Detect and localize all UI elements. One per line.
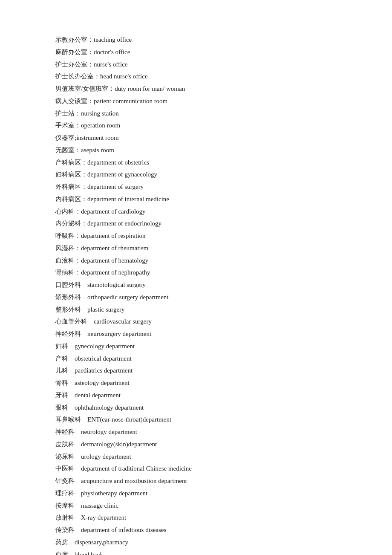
term-english: department of traditional Chinese medici… — [81, 465, 192, 472]
list-item: 儿科 paediatrics department — [55, 365, 337, 377]
term-english: stamotological surgery — [87, 281, 146, 288]
term-chinese: 口腔外科 — [55, 281, 87, 288]
list-item: 产科病区：department of obstetrics — [55, 157, 337, 169]
list-item: 仪器室;instrument room — [55, 132, 337, 144]
term-chinese: 外科病区： — [55, 183, 87, 190]
list-item: 皮肤科 dermatology(skin)department — [55, 439, 337, 451]
list-item: 矫形外科 orthopaedic surgery department — [55, 292, 337, 304]
list-item: 牙科 dental department — [55, 390, 337, 402]
term-chinese: 无菌室： — [55, 147, 81, 153]
term-english: blood bank — [75, 551, 103, 555]
term-english: instrument room — [76, 134, 119, 141]
terms-list: 示教办公室：teaching office麻醉办公室：doctor's offi… — [55, 34, 337, 555]
term-english: department of hematology — [81, 257, 148, 264]
list-item: 麻醉办公室：doctor's office — [55, 46, 337, 58]
term-chinese: 手术室： — [55, 122, 81, 129]
list-item: 口腔外科 stamotological surgery — [55, 279, 337, 291]
term-english: department of surgery — [87, 183, 144, 190]
list-item: 针灸科 acupuncture and moxibustion departme… — [55, 475, 337, 487]
list-item: 心血管外科 cardiovascular surgery — [55, 316, 337, 328]
term-chinese: 示教办公室： — [55, 36, 94, 43]
list-item: 护士办公室：nurse's office — [55, 59, 337, 71]
term-chinese: 传染科 — [55, 526, 81, 533]
term-english: teaching office — [94, 36, 132, 43]
list-item: 泌尿科 urology department — [55, 451, 337, 463]
term-chinese: 妇科 — [55, 343, 75, 350]
term-chinese: 仪器室; — [55, 134, 76, 141]
term-chinese: 药房 — [55, 539, 75, 546]
list-item: 妇科病区：department of gynaecology — [55, 169, 337, 181]
term-chinese: 护士长办公室： — [55, 73, 100, 80]
list-item: 护士长办公室：head nurse's office — [55, 71, 337, 83]
list-item: 内分泌科：department of endocrinology — [55, 218, 337, 230]
term-chinese: 泌尿科 — [55, 453, 81, 460]
term-english: department of internal medicine — [87, 196, 169, 202]
term-chinese: 产科病区： — [55, 159, 87, 166]
list-item: 血液科：department of hematology — [55, 255, 337, 267]
list-item: 理疗科 physiotherapy department — [55, 488, 337, 500]
term-chinese: 耳鼻喉科 — [55, 416, 87, 423]
term-chinese: 产科 — [55, 355, 75, 362]
term-english: dermatology(skin)department — [81, 441, 157, 448]
term-english: head nurse's office — [100, 73, 148, 80]
list-item: 按摩科 massage clinic — [55, 500, 337, 512]
term-english: department of endocrinology — [87, 220, 161, 227]
term-english: obstetrical department — [75, 355, 132, 362]
list-item: 男值班室/女值班室：duty room for man/ woman — [55, 83, 337, 95]
term-english: dental department — [75, 392, 121, 399]
list-item: 骨科 asteology department — [55, 377, 337, 389]
term-english: paediatrics department — [75, 367, 133, 374]
list-item: 内科病区：department of internal medicine — [55, 194, 337, 205]
list-item: 血库 blood bank — [55, 549, 337, 555]
term-chinese: 神经科 — [55, 428, 81, 435]
term-chinese: 心血管外科 — [55, 318, 94, 325]
term-english: asepsis room — [81, 147, 114, 153]
term-chinese: 血库 — [55, 551, 75, 555]
term-english: doctor's office — [94, 49, 130, 55]
list-item: 中医科 department of traditional Chinese me… — [55, 463, 337, 475]
content-area: 示教办公室：teaching office麻醉办公室：doctor's offi… — [55, 34, 337, 555]
list-item: 病人交谈室：patient communication room — [55, 95, 337, 107]
term-english: cardiovascular surgery — [94, 318, 152, 325]
list-item: 风湿科：department of rheumatism — [55, 243, 337, 254]
term-english: department of obstetrics — [87, 159, 149, 166]
term-chinese: 麻醉办公室： — [55, 49, 94, 55]
term-chinese: 肾病科： — [55, 269, 81, 276]
term-chinese: 矫形外科 — [55, 294, 87, 301]
term-chinese: 内科病区： — [55, 196, 87, 202]
term-chinese: 护士站： — [55, 110, 81, 117]
list-item: 呼吸科：department of respiration — [55, 230, 337, 242]
term-chinese: 男值班室/女值班室： — [55, 85, 115, 92]
term-english: ENT(ear-nose-throat)department — [87, 416, 171, 423]
term-chinese: 呼吸科： — [55, 232, 81, 239]
list-item: 示教办公室：teaching office — [55, 34, 337, 46]
term-english: department of infedtious diseases — [81, 526, 166, 533]
term-chinese: 骨科 — [55, 379, 75, 386]
term-english: duty room for man/ woman — [115, 85, 185, 92]
term-english: X-ray department — [81, 514, 126, 521]
list-item: 产科 obstetrical department — [55, 353, 337, 365]
term-english: department of nephropathy — [81, 269, 150, 276]
term-chinese: 按摩科 — [55, 502, 81, 509]
list-item: 整形外科 plastic surgery — [55, 304, 337, 316]
term-chinese: 儿科 — [55, 367, 75, 374]
term-chinese: 血液科： — [55, 257, 81, 264]
term-english: urology department — [81, 453, 131, 460]
term-english: nurse's office — [94, 61, 127, 68]
term-chinese: 理疗科 — [55, 490, 81, 497]
term-english: acupuncture and moxibustion department — [81, 477, 187, 484]
term-chinese: 眼科 — [55, 404, 75, 411]
list-item: 手术室：operation room — [55, 120, 337, 132]
list-item: 药房 dispensary,pharmacy — [55, 537, 337, 549]
term-english: asteology department — [75, 379, 130, 386]
term-english: department of respiration — [81, 232, 146, 239]
list-item: 神经外科 neurosurgery department — [55, 328, 337, 340]
term-english: patient communication room — [94, 98, 167, 104]
term-chinese: 整形外科 — [55, 306, 87, 313]
term-english: department of rheumatism — [81, 245, 148, 251]
list-item: 外科病区：department of surgery — [55, 181, 337, 193]
term-chinese: 风湿科： — [55, 245, 81, 251]
term-chinese: 妇科病区： — [55, 171, 87, 178]
list-item: 神经科 neurology department — [55, 426, 337, 438]
term-english: physiotherapy department — [81, 490, 147, 497]
